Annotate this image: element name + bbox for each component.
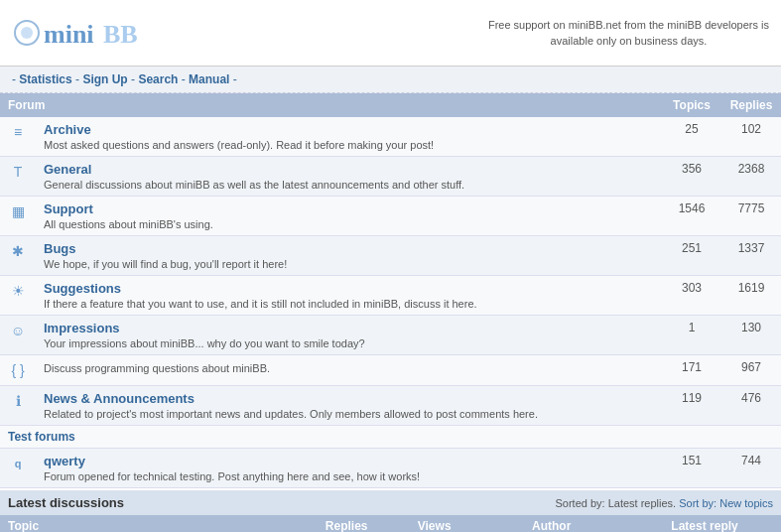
table-row: ▦ Support All questions about miniBB's u… (0, 197, 781, 236)
forum-icon: ☀ (8, 281, 28, 301)
logo-svg: mini BB (12, 8, 171, 58)
forum-info: News & Announcements Related to project'… (36, 386, 662, 426)
disc-col-topic: Topic (0, 515, 299, 532)
section-header: Test forums (0, 426, 781, 449)
disc-col-author: Author (474, 515, 628, 532)
table-row: { } Discuss programming questions about … (0, 355, 781, 386)
table-row: ✱ Bugs We hope, if you will find a bug, … (0, 236, 781, 276)
forum-topics: 356 (662, 157, 721, 197)
latest-title: Latest discussions (8, 495, 124, 510)
forum-name-link[interactable]: Impressions (44, 321, 120, 335)
forum-name-link[interactable]: Bugs (44, 241, 76, 256)
forum-icon: ℹ (8, 391, 28, 411)
sort-label: Sorted by: Latest replies. (555, 497, 676, 509)
forum-icon: q (8, 454, 28, 473)
nav-statistics[interactable]: Statistics (19, 72, 71, 86)
forum-icon-cell: ▦ (0, 197, 36, 236)
disc-col-latest-reply: Latest reply (628, 515, 781, 532)
table-row: ℹ News & Announcements Related to projec… (0, 386, 781, 426)
table-row: ☀ Suggestions If there a feature that yo… (0, 276, 781, 316)
forum-icon: { } (8, 360, 28, 380)
forum-icon-cell: q (0, 449, 36, 488)
forum-info: Suggestions If there a feature that you … (36, 276, 662, 316)
disc-col-replies: Replies (299, 515, 394, 532)
table-row: ☺ Impressions Your impressions about min… (0, 316, 781, 355)
forum-icon-cell: T (0, 157, 36, 197)
forum-topics: 25 (662, 117, 721, 157)
sort-new-topics-link[interactable]: Sort by: New topics (679, 497, 773, 509)
forum-icon-cell: ☺ (0, 316, 36, 355)
table-row: ≡ Archive Most asked questions and answe… (0, 117, 781, 157)
forum-info: Impressions Your impressions about miniB… (36, 316, 662, 355)
test-section-label: Test forums (0, 426, 781, 449)
forum-description: If there a feature that you want to use,… (44, 298, 654, 310)
forum-info: Archive Most asked questions and answers… (36, 117, 662, 157)
forum-replies: 1619 (721, 276, 781, 316)
forum-icon: T (8, 162, 28, 182)
latest-sort: Sorted by: Latest replies. Sort by: New … (555, 497, 773, 509)
forum-topics: 1 (662, 316, 721, 355)
forum-icon: ≡ (8, 122, 28, 142)
forum-icon-cell: ☀ (0, 276, 36, 316)
nav-manual[interactable]: Manual (189, 72, 229, 86)
disc-col-views: Views (394, 515, 474, 532)
forum-topics: 151 (662, 449, 721, 488)
forum-replies: 102 (721, 117, 781, 157)
col-replies: Replies (721, 93, 781, 117)
nav-search[interactable]: Search (138, 72, 178, 86)
svg-text:BB: BB (103, 20, 138, 49)
forum-info: Bugs We hope, if you will find a bug, yo… (36, 236, 662, 276)
forum-replies: 476 (721, 386, 781, 426)
forum-icon-cell: ℹ (0, 386, 36, 426)
forum-replies: 1337 (721, 236, 781, 276)
svg-point-1 (21, 27, 33, 39)
forum-description: Forum opened for technical testing. Post… (44, 470, 654, 482)
forum-description: Your impressions about miniBB... why do … (44, 337, 654, 349)
forum-topics: 171 (662, 355, 721, 386)
forum-info: General General discussions about miniBB… (36, 157, 662, 197)
forum-name-link[interactable]: News & Announcements (44, 391, 195, 406)
forum-replies: 744 (721, 449, 781, 488)
forum-icon: ✱ (8, 241, 28, 261)
forum-topics: 119 (662, 386, 721, 426)
forum-info: Discuss programming questions about mini… (36, 355, 662, 386)
col-topics: Topics (662, 93, 721, 117)
forum-icon: ▦ (8, 201, 28, 221)
forum-icon-cell: ≡ (0, 117, 36, 157)
forum-description: All questions about miniBB's using. (44, 218, 654, 230)
forum-icon: ☺ (8, 321, 28, 340)
forum-name-link[interactable]: Support (44, 201, 93, 216)
logo: mini BB (12, 8, 171, 58)
forum-icon-cell: { } (0, 355, 36, 386)
forum-description: Most asked questions and answers (read-o… (44, 139, 654, 151)
forum-icon-cell: ✱ (0, 236, 36, 276)
forums-table: Forum Topics Replies ≡ Archive Most aske… (0, 93, 781, 488)
forum-description: Related to project's most important news… (44, 408, 654, 420)
nav-signup[interactable]: Sign Up (82, 72, 127, 86)
col-forum: Forum (0, 93, 662, 117)
forum-topics: 251 (662, 236, 721, 276)
forum-name-link[interactable]: Suggestions (44, 281, 121, 296)
forum-info: Support All questions about miniBB's usi… (36, 197, 662, 236)
forum-description: Discuss programming questions about mini… (44, 362, 654, 374)
latest-discussions-header: Latest discussions Sorted by: Latest rep… (0, 490, 781, 515)
forum-topics: 303 (662, 276, 721, 316)
forum-description: We hope, if you will find a bug, you'll … (44, 258, 654, 270)
forum-replies: 130 (721, 316, 781, 355)
table-row: T General General discussions about mini… (0, 157, 781, 197)
forum-name-link[interactable]: qwerty (44, 454, 85, 468)
header: mini BB Free support on miniBB.net from … (0, 0, 781, 66)
table-row: q qwerty Forum opened for technical test… (0, 449, 781, 488)
svg-text:mini: mini (44, 20, 94, 49)
header-tagline: Free support on miniBB.net from the mini… (488, 17, 769, 50)
forum-replies: 2368 (721, 157, 781, 197)
nav-bar: - Statistics - Sign Up - Search - Manual… (0, 66, 781, 93)
forum-replies: 7775 (721, 197, 781, 236)
forum-replies: 967 (721, 355, 781, 386)
forum-topics: 1546 (662, 197, 721, 236)
forum-description: General discussions about miniBB as well… (44, 179, 654, 191)
discussions-table: Topic Replies Views Author Latest reply … (0, 515, 781, 532)
forum-name-link[interactable]: Archive (44, 122, 91, 137)
forum-info: qwerty Forum opened for technical testin… (36, 449, 662, 488)
forum-name-link[interactable]: General (44, 162, 91, 177)
